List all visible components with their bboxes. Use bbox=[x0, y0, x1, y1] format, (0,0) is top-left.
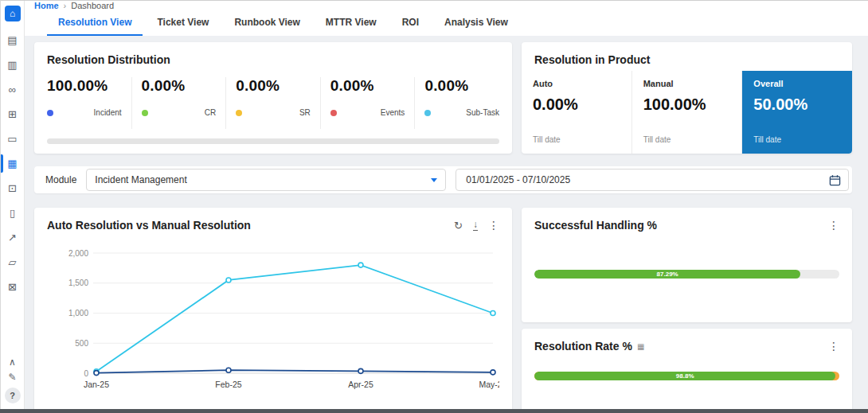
archive-icon: ▯ bbox=[10, 207, 15, 219]
help-icon[interactable]: ? bbox=[5, 388, 21, 403]
svg-text:2,000: 2,000 bbox=[68, 249, 88, 258]
monitor-icon: ▭ bbox=[7, 133, 17, 145]
sidebar-item-tickets[interactable]: ▤ bbox=[1, 28, 24, 53]
bottom-edge-strip bbox=[0, 409, 868, 413]
svg-text:1,500: 1,500 bbox=[68, 279, 88, 287]
sidebar-item-reports[interactable]: ▱ bbox=[1, 250, 24, 275]
stat-dot-1 bbox=[142, 110, 148, 116]
stat-label: Incident bbox=[94, 108, 122, 117]
product-col-overall[interactable]: Overall 50.00% Till date bbox=[742, 71, 852, 154]
kebab-menu-icon[interactable]: ⋮ bbox=[488, 220, 499, 231]
right-cards-column: Successful Handling % ⋮ 87.29% Resolutio… bbox=[522, 208, 852, 413]
product-label: Auto bbox=[533, 79, 620, 88]
svg-text:Feb-25: Feb-25 bbox=[215, 380, 241, 389]
tab-mttr-view[interactable]: MTTR View bbox=[315, 10, 388, 36]
breadcrumb-home-link[interactable]: Home bbox=[34, 1, 59, 10]
dashboard-content: Resolution Distribution 100.00% Incident… bbox=[25, 36, 868, 413]
refresh-icon[interactable]: ↻ bbox=[454, 220, 463, 231]
stat-value: 0.00% bbox=[236, 77, 311, 95]
successful-handling-bar-fill: 87.29% bbox=[534, 270, 800, 279]
download-icon[interactable]: ↓ bbox=[473, 220, 478, 231]
app-window: ⌂ ▤ ▥ ∞ ⊞ ▭ ▦ ⊡ ▯ ↗ ▱ ⊠ ∧ ✎ ? Home › Das… bbox=[0, 0, 868, 413]
runbooks-icon: ▥ bbox=[7, 59, 17, 71]
stat-incident: 100.00% Incident bbox=[47, 77, 132, 129]
product-col-auto[interactable]: Auto 0.00% Till date bbox=[522, 71, 632, 154]
sidebar-item-dashboard[interactable]: ▦ bbox=[1, 151, 24, 176]
date-range-value: 01/01/2025 - 07/10/2025 bbox=[466, 174, 570, 185]
product-label: Overall bbox=[753, 79, 841, 88]
successful-handling-title: Successful Handling % bbox=[534, 219, 657, 232]
collapse-icon[interactable]: ∧ bbox=[9, 357, 16, 367]
successful-handling-card: Successful Handling % ⋮ 87.29% bbox=[522, 208, 852, 322]
tickets-icon: ▤ bbox=[7, 34, 17, 46]
sidebar-item-apps[interactable]: ⊞ bbox=[1, 102, 24, 127]
module-select[interactable]: Incident Management bbox=[86, 169, 446, 191]
sidebar-item-automation[interactable]: ∞ bbox=[1, 77, 24, 102]
svg-text:0: 0 bbox=[84, 369, 88, 378]
resolution-distribution-title: Resolution Distribution bbox=[47, 53, 499, 66]
kebab-menu-icon[interactable]: ⋮ bbox=[828, 341, 839, 352]
product-columns: Auto 0.00% Till date Manual 100.00% Till… bbox=[522, 71, 852, 154]
filter-bar: Module Incident Management 01/01/2025 - … bbox=[34, 166, 852, 193]
stat-value: 0.00% bbox=[330, 77, 405, 95]
view-tabs: Resolution View Ticket View Runbook View… bbox=[25, 10, 868, 36]
svg-text:Jan-25: Jan-25 bbox=[84, 380, 109, 389]
settings-icon: ⊠ bbox=[8, 281, 17, 293]
stat-events: 0.00% Events bbox=[330, 77, 416, 129]
successful-handling-bar-track: 87.29% bbox=[534, 270, 839, 279]
sidebar-item-runbooks[interactable]: ▥ bbox=[1, 53, 24, 77]
tab-ticket-view[interactable]: Ticket View bbox=[146, 10, 220, 36]
product-label: Manual bbox=[643, 79, 731, 88]
sidebar-bottom: ∧ ✎ ? bbox=[5, 357, 21, 413]
stat-dot-2 bbox=[236, 110, 242, 116]
sidebar-item-monitor[interactable]: ▭ bbox=[1, 127, 24, 151]
tab-resolution-view[interactable]: Resolution View bbox=[47, 10, 143, 36]
svg-text:May-25: May-25 bbox=[479, 380, 499, 389]
breadcrumb: Home › Dashboard bbox=[25, 1, 868, 10]
date-range-input[interactable]: 01/01/2025 - 07/10/2025 bbox=[456, 169, 849, 191]
tab-runbook-view[interactable]: Runbook View bbox=[223, 10, 311, 36]
horizontal-scrollbar[interactable] bbox=[47, 138, 499, 144]
stat-value: 0.00% bbox=[424, 77, 499, 95]
stat-dot-0 bbox=[47, 110, 53, 116]
info-icon[interactable]: ▦ bbox=[637, 342, 644, 351]
sidebar-item-settings[interactable]: ⊠ bbox=[1, 275, 24, 299]
svg-text:500: 500 bbox=[75, 339, 88, 348]
resolution-rate-bar-track: 98.8% bbox=[534, 372, 839, 380]
line-chart: 05001,0001,5002,000Jan-25Feb-25Apr-25May… bbox=[47, 235, 499, 402]
stat-value: 0.00% bbox=[142, 77, 217, 95]
app-logo-icon[interactable]: ⌂ bbox=[5, 6, 21, 21]
automation-icon: ∞ bbox=[9, 84, 16, 95]
stat-label: CR bbox=[205, 108, 216, 117]
apps-icon: ⊞ bbox=[8, 108, 17, 120]
main-area: Home › Dashboard Resolution View Ticket … bbox=[25, 1, 868, 413]
breadcrumb-current: Dashboard bbox=[71, 1, 114, 10]
svg-text:1,000: 1,000 bbox=[68, 309, 88, 318]
sidebar-item-integrations[interactable]: ⊡ bbox=[1, 176, 24, 201]
chevron-down-icon bbox=[431, 178, 437, 182]
resolution-rate-bar-fill: 98.8% bbox=[534, 372, 835, 380]
top-cards-row: Resolution Distribution 100.00% Incident… bbox=[34, 42, 852, 154]
product-caption: Till date bbox=[533, 135, 620, 147]
tab-roi[interactable]: ROI bbox=[391, 10, 430, 36]
resolution-rate-card: Resolution Rate % ▦ ⋮ 98.8% bbox=[522, 329, 852, 413]
bottom-cards-row: Auto Resolution vs Manual Resolution ↻ ↓… bbox=[34, 208, 852, 413]
chart-title: Auto Resolution vs Manual Resolution bbox=[47, 219, 251, 232]
product-value: 100.00% bbox=[643, 95, 731, 114]
calendar-icon[interactable] bbox=[829, 174, 841, 186]
product-value: 50.00% bbox=[753, 95, 841, 114]
kebab-menu-icon[interactable]: ⋮ bbox=[828, 220, 839, 231]
auto-vs-manual-chart-card: Auto Resolution vs Manual Resolution ↻ ↓… bbox=[34, 208, 512, 413]
stat-sr: 0.00% SR bbox=[236, 77, 321, 129]
tab-analysis-view[interactable]: Analysis View bbox=[433, 10, 519, 36]
module-label: Module bbox=[45, 174, 76, 185]
stat-cr: 0.00% CR bbox=[142, 77, 227, 129]
sidebar-item-analytics[interactable]: ↗ bbox=[1, 225, 24, 250]
edit-icon[interactable]: ✎ bbox=[8, 372, 16, 382]
product-col-manual[interactable]: Manual 100.00% Till date bbox=[632, 71, 743, 154]
sidebar-item-archive[interactable]: ▯ bbox=[1, 201, 24, 225]
analytics-icon: ↗ bbox=[8, 232, 17, 244]
product-caption: Till date bbox=[753, 135, 841, 147]
resolution-distribution-card: Resolution Distribution 100.00% Incident… bbox=[34, 42, 512, 154]
product-caption: Till date bbox=[643, 135, 731, 147]
